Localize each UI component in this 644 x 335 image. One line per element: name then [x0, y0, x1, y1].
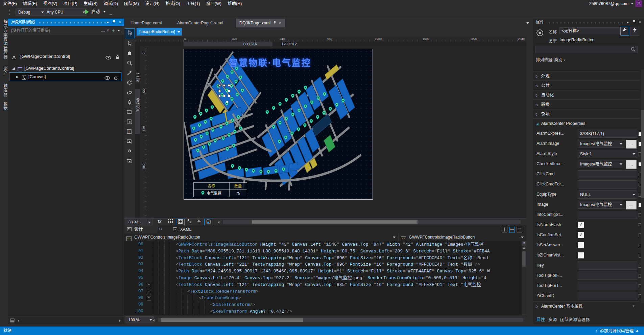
annotations-button[interactable]: [204, 219, 213, 226]
expand-pane-button[interactable]: [517, 227, 522, 232]
menu-item[interactable]: 调试(D): [101, 0, 121, 7]
prop-dropdown[interactable]: Images/电气监控: [578, 201, 624, 209]
scrollbar-thumb[interactable]: [161, 318, 303, 322]
device-marker-icon[interactable]: [266, 110, 269, 114]
section-转换[interactable]: ▷转换: [533, 99, 640, 109]
resize-handle[interactable]: [218, 90, 221, 92]
menu-item[interactable]: 团队(M): [121, 0, 142, 7]
splitter-handle-icon[interactable]: ⇕: [522, 241, 526, 246]
side-tab-2[interactable]: 资产: [0, 67, 8, 75]
panel-pin-icon[interactable]: [111, 19, 117, 26]
scroll-down-icon[interactable]: ▼: [632, 302, 635, 311]
account-caret-icon[interactable]: [631, 3, 633, 4]
scope-up-icon[interactable]: [11, 54, 17, 62]
prop-checkbox[interactable]: [578, 242, 584, 248]
device-marker-icon[interactable]: [272, 106, 276, 110]
code-line[interactable]: 92<TextBlock Canvas.Left="121" TextWrapp…: [124, 255, 526, 262]
tool-zoom-icon[interactable]: [125, 59, 134, 68]
tool-eraser-icon[interactable]: [125, 89, 134, 98]
code-line[interactable]: 90<GWWPFControls:ImageRadioButton Height…: [124, 241, 526, 248]
scroll-right-icon[interactable]: [119, 319, 121, 322]
device-marker-icon[interactable]: [303, 123, 307, 127]
selection-adorner[interactable]: [219, 85, 229, 96]
tab-xaml[interactable]: XAML: [170, 225, 203, 233]
start-caret-icon[interactable]: [103, 11, 105, 13]
panel-tab-资源[interactable]: 资源: [548, 315, 557, 324]
menu-item[interactable]: 设计(G): [142, 0, 163, 7]
side-tab-1[interactable]: 解决方案资源管理器: [0, 19, 8, 59]
resize-handle[interactable]: [228, 84, 230, 87]
vertical-split-button[interactable]: [502, 227, 507, 232]
device-marker-icon[interactable]: [329, 107, 332, 111]
device-marker-icon[interactable]: [199, 112, 202, 116]
lock-icon[interactable]: [116, 54, 119, 62]
wrench-button[interactable]: [620, 27, 629, 36]
xaml-code-editor[interactable]: 90<GWWPFControls:ImageRadioButton Height…: [124, 241, 526, 315]
collapsed-arrow-icon[interactable]: ▶: [16, 73, 19, 81]
device-marker-icon[interactable]: [205, 109, 208, 113]
panel-vscrollbar[interactable]: [641, 69, 644, 303]
snap-to-grid-button[interactable]: [176, 219, 185, 226]
breadcrumb-element-button[interactable]: [ImageRadioButton]: [137, 28, 182, 36]
tool-pan-icon[interactable]: [125, 49, 134, 59]
device-marker-icon[interactable]: [285, 98, 288, 102]
transform-origin-dot[interactable]: [226, 101, 228, 103]
show-grid-button[interactable]: [166, 219, 174, 225]
device-marker-icon[interactable]: [323, 111, 326, 115]
prop-checkbox[interactable]: ✓: [578, 232, 584, 238]
code-line[interactable]: 97−<TextBlock.RenderTransform>: [124, 288, 526, 295]
panel-close-icon[interactable]: ×: [117, 19, 123, 26]
arrange-by-dropdown[interactable]: 排列依据: 类别: [536, 57, 566, 62]
menu-item[interactable]: 帮助(H): [224, 0, 245, 7]
navbar-member-dropdown[interactable]: <> GWWPFControls:ImageRadioButton: [399, 233, 526, 241]
name-input[interactable]: <无名称>: [559, 27, 622, 34]
device-marker-icon[interactable]: [297, 127, 300, 131]
menu-item[interactable]: 视图(V): [40, 0, 61, 7]
browse-ellipsis-button[interactable]: ...: [626, 201, 637, 209]
fold-collapse-icon[interactable]: −: [147, 283, 151, 287]
tablist-caret-icon[interactable]: [526, 22, 529, 24]
prop-text-input[interactable]: [578, 282, 637, 290]
snap-lines-button[interactable]: [185, 219, 193, 225]
designer-hscrollbar[interactable]: [223, 220, 521, 224]
device-marker-icon[interactable]: [297, 90, 301, 94]
prop-text-input[interactable]: [578, 180, 637, 188]
editor-hscrollbar[interactable]: [158, 318, 523, 322]
prop-checkbox[interactable]: [578, 252, 584, 259]
storyboard-caret-icon[interactable]: [116, 26, 121, 35]
tool-popup-icon[interactable]: [125, 157, 134, 166]
tool-direct-selection-icon[interactable]: [125, 40, 134, 49]
section-外观[interactable]: ▷外观: [533, 71, 640, 81]
resize-handle[interactable]: [218, 84, 221, 87]
eye-icon[interactable]: [104, 74, 110, 83]
code-line[interactable]: 94<Path Data="M24.24696,995.80917 L343.0…: [124, 268, 526, 275]
prop-checkbox[interactable]: ✓: [578, 222, 584, 228]
code-line[interactable]: 100<SkewTransform AngleY="0.472"/>: [124, 308, 526, 315]
tool-camera-orbit-icon[interactable]: [125, 79, 134, 88]
design-canvas[interactable]: 智慧物联·电气监控 名称 数量 电气监控 75: [184, 49, 373, 200]
prop-dropdown[interactable]: Images/电气监控: [578, 140, 624, 148]
search-input[interactable]: [535, 46, 638, 53]
start-button[interactable]: 启动: [91, 8, 100, 16]
avatar[interactable]: 2: [635, 0, 642, 7]
tool-pen-icon[interactable]: [125, 98, 134, 108]
panel-tab-团队资源管理器[interactable]: 团队资源管理器: [560, 315, 590, 324]
scope-root-row[interactable]: [GWPageContentControl]: [9, 52, 123, 61]
account-email[interactable]: 258979087@qq.com: [589, 0, 628, 7]
tool-selection-icon[interactable]: [125, 28, 135, 38]
menu-item[interactable]: 文件(F): [0, 0, 20, 7]
prop-dropdown[interactable]: Images/电气监控: [578, 160, 624, 168]
doc-tab-DQJKPage.xaml[interactable]: DQJKPage.xaml×: [236, 19, 285, 27]
tool-rectangle-icon[interactable]: [125, 108, 134, 117]
horizontal-split-button[interactable]: [509, 227, 515, 232]
doc-tab-AlarmCenterPage1.xaml[interactable]: AlarmCenterPage1.xaml: [174, 19, 226, 27]
scrollbar-thumb[interactable]: [252, 220, 418, 224]
panel-close-icon[interactable]: ×: [637, 19, 643, 26]
section-alarmcenter-basic[interactable]: ▷AlarmCenter 基本属性▼: [533, 301, 640, 311]
tree-item-canvas[interactable]: ▶ [Canvas]: [9, 72, 121, 81]
code-line[interactable]: 95<Image Canvas.Left="70.4" Canvas.Top="…: [124, 275, 526, 282]
scroll-left-icon[interactable]: [18, 319, 19, 322]
code-line[interactable]: 96−<TextBlock Canvas.Left="121" TextWrap…: [124, 282, 526, 288]
section-自动化[interactable]: ▷自动化: [533, 90, 640, 100]
panel-tab-属性[interactable]: 属性: [536, 315, 545, 324]
